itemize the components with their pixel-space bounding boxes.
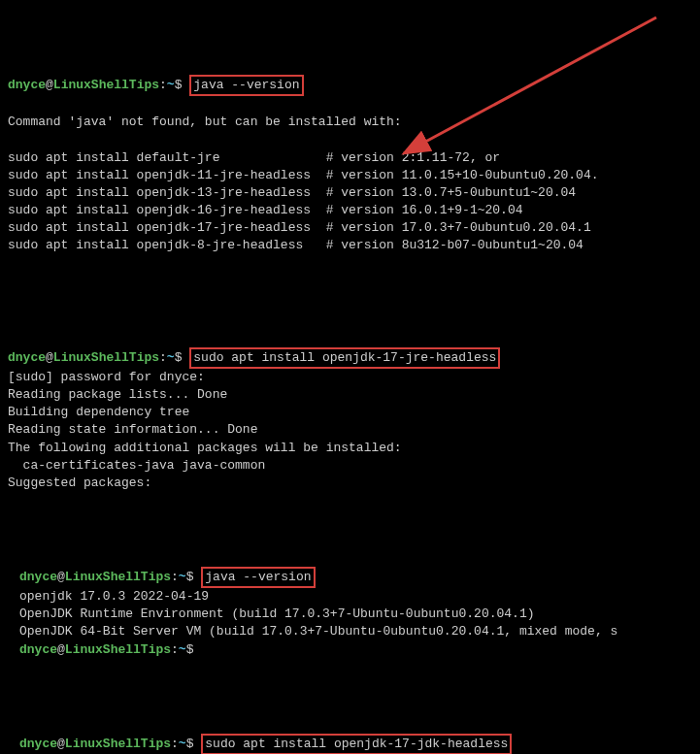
command-text: java --version bbox=[193, 78, 299, 92]
prompt-path: ~ bbox=[179, 570, 186, 584]
output-line: Building dependency tree bbox=[8, 405, 189, 419]
prompt-line[interactable]: dnyce@LinuxShellTips:~$ java --version bbox=[8, 78, 304, 92]
prompt-colon: : bbox=[171, 642, 179, 657]
highlighted-command: sudo apt install openjdk-17-jdk-headless bbox=[201, 734, 512, 755]
output-line: openjdk 17.0.3 2022-04-19 bbox=[19, 589, 209, 604]
output-line: Reading package lists... Done bbox=[8, 387, 227, 402]
prompt-path: ~ bbox=[179, 737, 186, 751]
prompt-user: dnyce bbox=[19, 570, 57, 584]
prompt-at: @ bbox=[57, 570, 65, 584]
prompt-colon: : bbox=[159, 78, 167, 92]
output-line: OpenJDK 64-Bit Server VM (build 17.0.3+7… bbox=[19, 624, 617, 639]
terminal-block-3: dnyce@LinuxShellTips:~$ java --version o… bbox=[8, 549, 692, 659]
highlighted-command: java --version bbox=[201, 567, 315, 588]
command-text: sudo apt install openjdk-17-jre-headless bbox=[193, 350, 496, 365]
prompt-line[interactable]: dnyce@LinuxShellTips:~$ sudo apt install… bbox=[19, 737, 512, 751]
prompt-line[interactable]: dnyce@LinuxShellTips:~$ bbox=[19, 642, 193, 657]
output-line: [sudo] password for dnyce: bbox=[8, 370, 205, 384]
prompt-host: LinuxShellTips bbox=[53, 78, 159, 92]
prompt-path: ~ bbox=[167, 350, 175, 365]
command-text: sudo apt install openjdk-17-jdk-headless bbox=[205, 737, 508, 751]
output-line: OpenJDK Runtime Environment (build 17.0.… bbox=[19, 606, 535, 621]
output-line: The following additional packages will b… bbox=[8, 441, 402, 455]
prompt-dollar: $ bbox=[186, 642, 194, 657]
prompt-host: LinuxShellTips bbox=[65, 737, 171, 751]
prompt-at: @ bbox=[57, 737, 65, 751]
prompt-dollar: $ bbox=[175, 78, 190, 92]
output-line: Command 'java' not found, but can be ins… bbox=[8, 115, 402, 129]
prompt-path: ~ bbox=[179, 642, 186, 657]
prompt-host: LinuxShellTips bbox=[65, 570, 171, 584]
terminal-block-4: dnyce@LinuxShellTips:~$ sudo apt install… bbox=[8, 715, 692, 754]
prompt-host: LinuxShellTips bbox=[65, 642, 171, 657]
prompt-colon: : bbox=[159, 350, 167, 365]
highlighted-command: sudo apt install openjdk-17-jre-headless bbox=[189, 347, 500, 369]
prompt-dollar: $ bbox=[186, 570, 202, 584]
output-line: sudo apt install openjdk-16-jre-headless… bbox=[8, 203, 523, 217]
terminal-block-1: dnyce@LinuxShellTips:~$ java --version C… bbox=[8, 57, 692, 273]
terminal-window: dnyce@LinuxShellTips:~$ java --version C… bbox=[0, 4, 700, 754]
prompt-line[interactable]: dnyce@LinuxShellTips:~$ sudo apt install… bbox=[8, 350, 500, 365]
prompt-colon: : bbox=[171, 737, 179, 751]
output-line: sudo apt install openjdk-11-jre-headless… bbox=[8, 168, 599, 182]
prompt-path: ~ bbox=[167, 78, 175, 92]
output-line: Reading state information... Done bbox=[8, 422, 257, 437]
prompt-at: @ bbox=[57, 642, 65, 657]
prompt-colon: : bbox=[171, 570, 179, 584]
output-line: sudo apt install openjdk-8-jre-headless … bbox=[8, 238, 583, 252]
command-text: java --version bbox=[205, 570, 311, 584]
output-line: Suggested packages: bbox=[8, 475, 151, 490]
prompt-at: @ bbox=[46, 350, 53, 365]
terminal-block-2: dnyce@LinuxShellTips:~$ sudo apt install… bbox=[8, 329, 692, 492]
output-line: sudo apt install openjdk-13-jre-headless… bbox=[8, 185, 576, 200]
output-line: sudo apt install default-jre # version 2… bbox=[8, 150, 500, 165]
prompt-at: @ bbox=[46, 78, 53, 92]
prompt-dollar: $ bbox=[186, 737, 202, 751]
prompt-user: dnyce bbox=[8, 78, 46, 92]
prompt-user: dnyce bbox=[19, 737, 57, 751]
prompt-dollar: $ bbox=[175, 350, 190, 365]
prompt-user: dnyce bbox=[8, 350, 46, 365]
output-line: ca-certificates-java java-common bbox=[8, 458, 265, 473]
prompt-line[interactable]: dnyce@LinuxShellTips:~$ java --version bbox=[19, 570, 316, 584]
highlighted-command: java --version bbox=[189, 75, 303, 96]
prompt-host: LinuxShellTips bbox=[53, 350, 159, 365]
output-line: sudo apt install openjdk-17-jre-headless… bbox=[8, 220, 591, 235]
prompt-user: dnyce bbox=[19, 642, 57, 657]
